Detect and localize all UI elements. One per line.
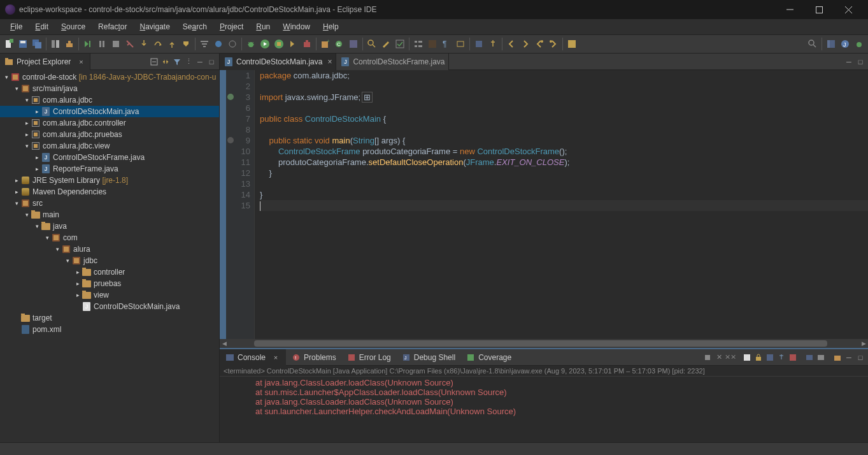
debug-icon[interactable] bbox=[245, 38, 257, 50]
tree-main-folder[interactable]: ▾main bbox=[0, 209, 219, 220]
menu-edit[interactable]: Edit bbox=[29, 20, 55, 33]
line-gutter[interactable]: 1 2 3 6 7 8 9 10 11 12 13 14 15 bbox=[226, 70, 255, 339]
menu-help[interactable]: Help bbox=[317, 20, 345, 33]
coverage-tab[interactable]: Coverage bbox=[460, 349, 516, 366]
code-text[interactable]: package com.alura.jdbc; import javax.swi… bbox=[255, 70, 868, 339]
tree-srcmain[interactable]: ▾src/main/java bbox=[0, 83, 219, 94]
editor-hscroll[interactable]: ◀ ▶ bbox=[220, 339, 868, 348]
problems-tab[interactable]: ! Problems bbox=[286, 349, 341, 366]
tree-java-folder[interactable]: ▾java bbox=[0, 220, 219, 232]
last-edit-icon[interactable] bbox=[533, 38, 546, 50]
close-icon[interactable]: × bbox=[271, 352, 281, 363]
filter-icon[interactable] bbox=[172, 57, 182, 67]
search-icon[interactable] bbox=[366, 38, 378, 50]
quick-access-icon[interactable] bbox=[806, 38, 819, 50]
step-into-icon[interactable] bbox=[138, 38, 150, 50]
tree-project[interactable]: ▾control-de-stock [in 1846-Java-y-JDBC-T… bbox=[0, 71, 219, 83]
tree-pom[interactable]: pom.xml bbox=[0, 324, 219, 335]
terminate-icon[interactable] bbox=[702, 352, 713, 363]
project-explorer-tab[interactable]: Project Explorer × bbox=[0, 54, 90, 70]
errorlog-tab[interactable]: Error Log bbox=[341, 349, 396, 366]
tree-pkg-controller[interactable]: ▸com.alura.jdbc.controller bbox=[0, 117, 219, 129]
word-wrap-icon[interactable] bbox=[765, 352, 775, 363]
menu-run[interactable]: Run bbox=[250, 20, 276, 33]
menu-refactor[interactable]: Refactor bbox=[92, 20, 133, 33]
tree-pkg-pruebas[interactable]: ▸com.alura.jdbc.pruebas bbox=[0, 129, 219, 140]
maximize-panel-icon[interactable]: □ bbox=[855, 352, 865, 363]
build-icon[interactable] bbox=[63, 38, 76, 50]
remove-launch-icon[interactable]: ✕ bbox=[714, 352, 724, 363]
run-icon[interactable] bbox=[259, 38, 271, 50]
tree-file-reporte[interactable]: ▸ReporteFrame.java bbox=[0, 163, 219, 175]
toggle-mark-icon[interactable] bbox=[426, 38, 439, 50]
remove-all-icon[interactable]: ⨯⨯ bbox=[725, 352, 736, 363]
disconnect-icon[interactable] bbox=[124, 38, 136, 50]
menu-project[interactable]: Project bbox=[213, 20, 250, 33]
tree-controller-folder[interactable]: ▸controller bbox=[0, 266, 219, 278]
collapse-all-icon[interactable] bbox=[149, 57, 159, 67]
debug-perspective-icon[interactable] bbox=[853, 38, 865, 50]
step-return-icon[interactable] bbox=[166, 38, 178, 50]
tree-jdbc-folder[interactable]: ▾jdbc bbox=[0, 255, 219, 266]
next-annotation-icon[interactable] bbox=[547, 38, 560, 50]
tree-view-folder[interactable]: ▸view bbox=[0, 289, 219, 301]
pin-console-icon[interactable] bbox=[776, 352, 786, 363]
back-icon[interactable] bbox=[505, 38, 518, 50]
task-icon[interactable] bbox=[394, 38, 406, 50]
breakpoints-icon[interactable] bbox=[212, 38, 225, 50]
maximize-view-icon[interactable]: □ bbox=[206, 57, 217, 67]
close-tab-icon[interactable]: × bbox=[327, 57, 332, 66]
editor-tab-frame[interactable]: ControlDeStockFrame.java bbox=[336, 54, 449, 70]
step-over-icon[interactable] bbox=[152, 38, 164, 50]
display-console-icon[interactable] bbox=[788, 352, 798, 363]
save-icon[interactable] bbox=[17, 38, 29, 50]
view-menu-icon[interactable]: ⋮ bbox=[183, 57, 194, 67]
minimize-view-icon[interactable]: ─ bbox=[195, 57, 205, 67]
save-all-icon[interactable] bbox=[31, 38, 43, 50]
minimize-button[interactable] bbox=[775, 0, 804, 19]
debugshell-tab[interactable]: J Debug Shell bbox=[396, 349, 460, 366]
console-tab[interactable]: Console × bbox=[220, 349, 286, 366]
run-last-icon[interactable] bbox=[287, 38, 299, 50]
coverage-icon[interactable] bbox=[273, 38, 285, 50]
tree-pruebas-folder[interactable]: ▸pruebas bbox=[0, 278, 219, 289]
tree-target[interactable]: target bbox=[0, 312, 219, 324]
maximize-editor-icon[interactable]: □ bbox=[855, 57, 865, 67]
scroll-left-icon[interactable]: ◀ bbox=[220, 340, 229, 347]
skip-icon[interactable] bbox=[82, 38, 94, 50]
new-package-icon[interactable]: + bbox=[319, 38, 332, 50]
block-select-icon[interactable] bbox=[454, 38, 467, 50]
pinned-icon[interactable] bbox=[473, 38, 485, 50]
open-type-icon[interactable] bbox=[347, 38, 360, 50]
tree-pkg-jdbc[interactable]: ▾com.alura.jdbc bbox=[0, 94, 219, 106]
code-editor[interactable]: 1 2 3 6 7 8 9 10 11 12 13 14 15 package … bbox=[220, 70, 868, 339]
forward-icon[interactable] bbox=[519, 38, 532, 50]
menu-search[interactable]: Search bbox=[176, 20, 213, 33]
stop-icon[interactable] bbox=[110, 38, 122, 50]
tree-src[interactable]: ▾src bbox=[0, 198, 219, 209]
new-console-icon[interactable] bbox=[832, 352, 843, 363]
new-class-icon[interactable]: C bbox=[333, 38, 346, 50]
menu-navigate[interactable]: Navigate bbox=[133, 20, 176, 33]
minimize-panel-icon[interactable]: ─ bbox=[844, 352, 854, 363]
close-icon[interactable]: × bbox=[76, 57, 86, 67]
open-console-icon[interactable] bbox=[816, 352, 826, 363]
project-tree[interactable]: ▾control-de-stock [in 1846-Java-y-JDBC-T… bbox=[0, 70, 219, 442]
pin-icon[interactable] bbox=[487, 38, 499, 50]
scroll-lock-icon[interactable] bbox=[753, 352, 764, 363]
close-button[interactable] bbox=[834, 0, 863, 19]
method-fold-icon[interactable] bbox=[227, 137, 234, 143]
link-editor-icon[interactable] bbox=[160, 57, 171, 67]
tree-pkg-view[interactable]: ▾com.alura.jdbc.view bbox=[0, 140, 219, 152]
switch-icon[interactable] bbox=[49, 38, 62, 50]
step-filter-icon[interactable] bbox=[198, 38, 211, 50]
tree-file-main[interactable]: ▸ControlDeStockMain.java bbox=[0, 106, 219, 117]
whitespace-icon[interactable]: ¶ bbox=[440, 38, 453, 50]
import-fold-icon[interactable] bbox=[227, 94, 234, 100]
open-perspective-icon[interactable] bbox=[825, 38, 837, 50]
perspective-icon[interactable] bbox=[566, 38, 578, 50]
tree-maven[interactable]: ▸Maven Dependencies bbox=[0, 186, 219, 198]
scroll-thumb[interactable] bbox=[254, 340, 827, 347]
tree-file-frame[interactable]: ▸ControlDeStockFrame.java bbox=[0, 152, 219, 163]
external-tools-icon[interactable] bbox=[301, 38, 313, 50]
